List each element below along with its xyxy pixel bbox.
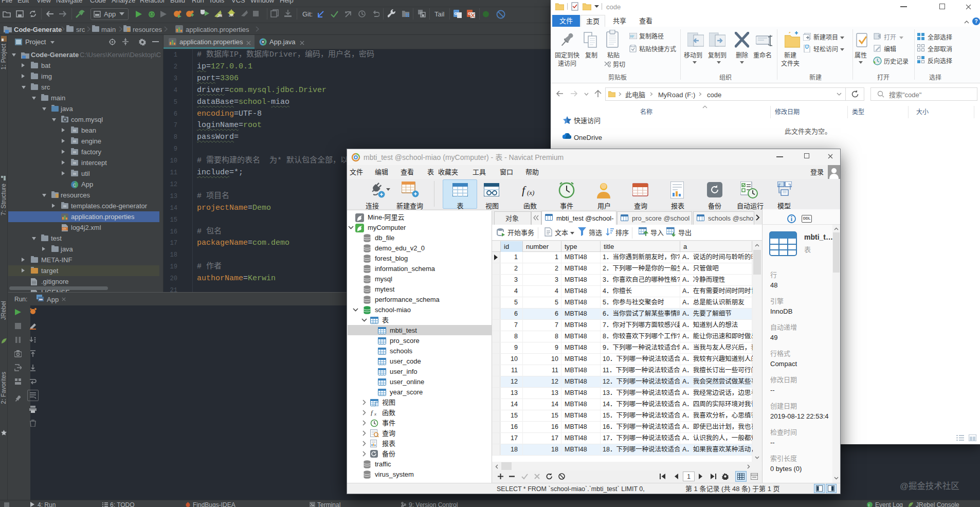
svg-text:C: C [73, 183, 77, 188]
svg-text:f: f [522, 184, 527, 196]
svg-text:x: x [374, 411, 376, 416]
svg-text:i: i [868, 503, 869, 507]
svg-text:JR: JR [217, 14, 222, 17]
svg-text:f: f [371, 409, 374, 416]
svg-text:G: G [468, 11, 471, 16]
svg-text:</>: </> [62, 227, 66, 230]
svg-text:?: ? [975, 19, 978, 24]
svg-text:(x): (x) [527, 189, 534, 196]
svg-text:G: G [455, 11, 458, 16]
svg-text:JR: JR [229, 13, 233, 17]
